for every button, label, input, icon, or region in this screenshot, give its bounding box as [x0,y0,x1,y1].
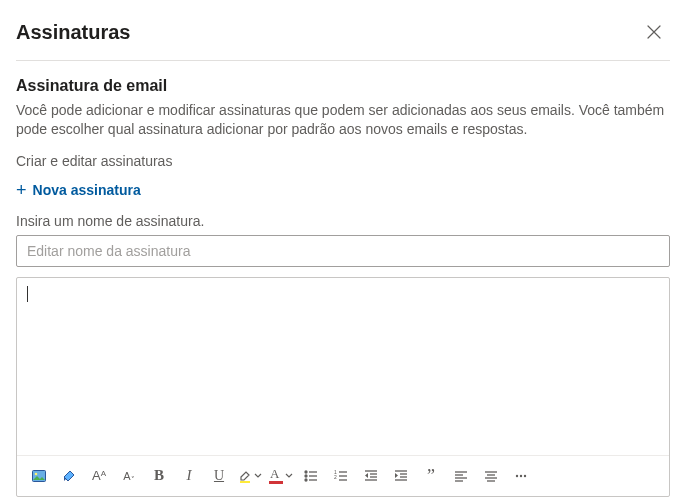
signature-editor-body[interactable] [17,278,669,455]
font-size-increase-button[interactable]: AA [85,462,113,490]
numbered-list-button[interactable]: 12 [327,462,355,490]
svg-point-4 [305,475,307,477]
highlight-color-icon [237,468,253,484]
text-cursor [27,286,28,302]
bold-button[interactable]: B [145,462,173,490]
italic-button[interactable]: I [175,462,203,490]
signature-editor: AA A˅ B I U A [16,277,670,497]
close-button[interactable] [638,16,670,48]
format-painter-icon [61,468,77,484]
font-color-icon: A [268,468,284,484]
svg-point-3 [305,471,307,473]
signature-name-input[interactable] [16,235,670,267]
svg-text:2: 2 [334,474,337,480]
align-center-icon [483,468,499,484]
svg-point-1 [35,472,38,475]
section-description: Você pode adicionar e modificar assinatu… [16,101,670,139]
font-size-increase-icon: AA [92,468,106,483]
svg-point-30 [516,475,518,477]
increase-indent-button[interactable] [387,462,415,490]
font-size-decrease-icon: A˅ [123,470,134,482]
italic-icon: I [187,467,192,484]
chevron-down-icon [254,472,262,480]
chevron-down-icon [285,472,293,480]
decrease-indent-button[interactable] [357,462,385,490]
font-size-decrease-button[interactable]: A˅ [115,462,143,490]
bulleted-list-icon [303,468,319,484]
create-edit-label: Criar e editar assinaturas [16,153,670,169]
section-title: Assinatura de email [16,77,670,95]
align-center-button[interactable] [477,462,505,490]
bold-icon: B [154,467,164,484]
underline-button[interactable]: U [205,462,233,490]
decrease-indent-icon [363,468,379,484]
font-color-button[interactable]: A [266,462,295,490]
svg-point-31 [520,475,522,477]
insert-image-button[interactable] [25,462,53,490]
svg-point-5 [305,479,307,481]
quote-button[interactable]: ” [417,462,445,490]
format-painter-button[interactable] [55,462,83,490]
panel-title: Assinaturas [16,21,131,44]
more-button[interactable] [507,462,535,490]
new-signature-button[interactable]: + Nova assinatura [16,177,141,203]
quote-icon: ” [427,467,435,485]
svg-point-32 [524,475,526,477]
svg-rect-2 [240,481,250,483]
increase-indent-icon [393,468,409,484]
underline-icon: U [214,468,224,484]
highlight-color-button[interactable] [235,462,264,490]
align-left-button[interactable] [447,462,475,490]
close-icon [646,24,662,40]
new-signature-label: Nova assinatura [33,182,141,198]
insert-image-icon [31,468,47,484]
more-icon [513,468,529,484]
insert-name-hint: Insira um nome de assinatura. [16,213,670,229]
editor-toolbar: AA A˅ B I U A [17,455,669,496]
numbered-list-icon: 12 [333,468,349,484]
plus-icon: + [16,181,27,199]
align-left-icon [453,468,469,484]
bulleted-list-button[interactable] [297,462,325,490]
